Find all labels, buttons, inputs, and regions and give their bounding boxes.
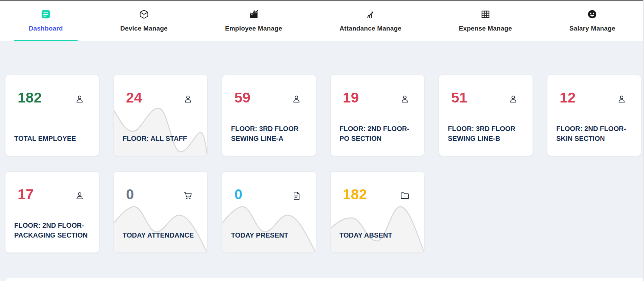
stat-value: 0 bbox=[234, 187, 243, 202]
wave-chart-decoration bbox=[114, 202, 207, 252]
stat-value: 182 bbox=[343, 187, 367, 202]
person-icon bbox=[75, 191, 85, 201]
tab-salary-manage[interactable]: Salary Manage bbox=[554, 0, 631, 41]
stat-card-today-present: 0 TODAY PRESENT bbox=[222, 172, 316, 252]
tab-dashboard[interactable]: Dashboard bbox=[13, 0, 79, 41]
stat-label: TODAY PRESENT bbox=[231, 230, 310, 240]
stat-value: 0 bbox=[126, 187, 134, 202]
stat-label: FLOOR: 3RD FLOOR SEWING LINE-B bbox=[448, 124, 527, 144]
person-icon bbox=[75, 94, 85, 104]
stat-label: TODAY ABSENT bbox=[339, 230, 419, 240]
top-navigation: Dashboard Device Manage Employee Manage … bbox=[0, 0, 644, 41]
tab-employee-manage[interactable]: Employee Manage bbox=[209, 0, 298, 41]
trend-bars-icon bbox=[366, 9, 376, 19]
tab-label: Dashboard bbox=[29, 25, 63, 32]
tab-label: Salary Manage bbox=[569, 25, 616, 32]
stat-card-floor-all-staff: 24 FLOOR: ALL STAFF bbox=[114, 75, 207, 156]
wave-chart-decoration bbox=[331, 202, 424, 252]
active-tab-underline bbox=[14, 40, 78, 41]
stat-label: TODAY ATTENDANCE bbox=[123, 230, 202, 240]
tab-expense-manage[interactable]: Expense Manage bbox=[443, 0, 527, 41]
dashboard-page: Dashboard Device Manage Employee Manage … bbox=[0, 0, 644, 281]
stat-value: 51 bbox=[451, 91, 468, 105]
area-chart-icon bbox=[249, 9, 259, 19]
tab-label: Expense Manage bbox=[459, 25, 512, 32]
stat-card-floor-2nd-floor-packaging-section: 17 FLOOR: 2ND FLOOR-PACKAGING SECTION bbox=[5, 172, 99, 252]
stat-value: 182 bbox=[18, 91, 42, 105]
file-icon bbox=[291, 191, 302, 201]
stat-card-floor-3rd-floor-sewing-line-b: 51 FLOOR: 3RD FLOOR SEWING LINE-B bbox=[439, 75, 533, 156]
person-icon bbox=[400, 94, 410, 104]
stat-card-today-attendance: 0 TODAY ATTENDANCE bbox=[114, 172, 207, 252]
tab-device-manage[interactable]: Device Manage bbox=[105, 0, 183, 41]
stat-card-floor-3rd-floor-sewing-line-a: 59 FLOOR: 3RD FLOOR SEWING LINE-A bbox=[222, 75, 316, 156]
cart-icon bbox=[183, 191, 193, 201]
tab-label: Device Manage bbox=[120, 25, 168, 32]
stat-value: 19 bbox=[343, 91, 359, 105]
stats-cards-grid: 182 TOTAL EMPLOYEE 24 FLOOR: ALL STAFF 5… bbox=[0, 41, 644, 252]
stat-value: 17 bbox=[18, 187, 34, 202]
wave-chart-decoration bbox=[222, 202, 316, 252]
tab-attandance-manage[interactable]: Attandance Manage bbox=[324, 0, 417, 41]
person-icon bbox=[617, 94, 627, 104]
stat-label: FLOOR: 3RD FLOOR SEWING LINE-A bbox=[231, 124, 310, 144]
folder-icon bbox=[400, 191, 410, 201]
stat-card-today-absent: 182 TODAY ABSENT bbox=[331, 172, 424, 252]
person-icon bbox=[508, 94, 518, 104]
stat-label: FLOOR: 2ND FLOOR-SKIN SECTION bbox=[556, 124, 636, 144]
bottom-panel-edge bbox=[6, 278, 643, 281]
stat-value: 12 bbox=[560, 91, 576, 105]
grid-icon bbox=[480, 9, 491, 19]
stat-label: FLOOR: 2ND FLOOR-PO SECTION bbox=[339, 124, 419, 144]
smiley-icon bbox=[587, 9, 597, 19]
person-icon bbox=[183, 94, 193, 104]
stat-label: TOTAL EMPLOYEE bbox=[14, 134, 94, 144]
cube-icon bbox=[139, 9, 149, 19]
stat-card-floor-2nd-floor-skin-section: 12 FLOOR: 2ND FLOOR-SKIN SECTION bbox=[547, 75, 641, 156]
tab-label: Attandance Manage bbox=[339, 25, 401, 32]
journal-icon bbox=[41, 9, 51, 19]
stat-value: 24 bbox=[126, 91, 142, 105]
stat-value: 59 bbox=[234, 91, 251, 105]
stat-label: FLOOR: ALL STAFF bbox=[123, 134, 202, 144]
person-icon bbox=[291, 94, 302, 104]
wave-chart-decoration bbox=[114, 105, 207, 156]
stat-card-total-employee: 182 TOTAL EMPLOYEE bbox=[5, 75, 99, 156]
stat-label: FLOOR: 2ND FLOOR-PACKAGING SECTION bbox=[14, 221, 94, 240]
stat-card-floor-2nd-floor-po-section: 19 FLOOR: 2ND FLOOR-PO SECTION bbox=[331, 75, 424, 156]
tab-label: Employee Manage bbox=[225, 25, 282, 32]
